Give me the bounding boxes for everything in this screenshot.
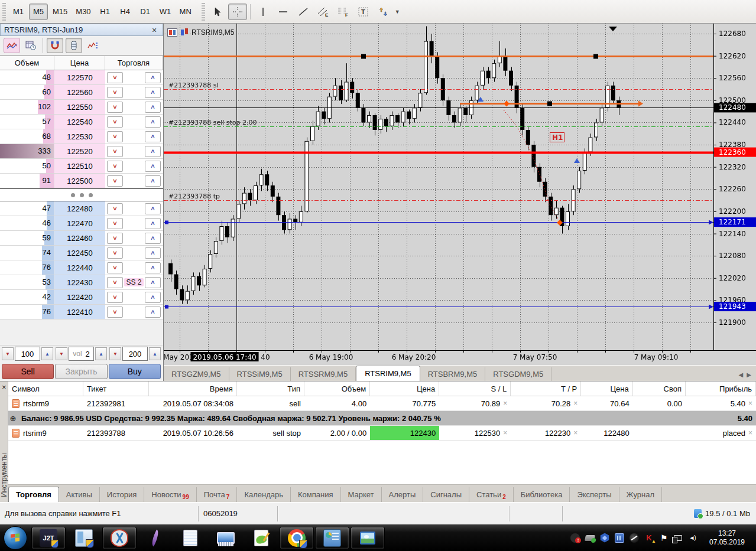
dom-ask-row[interactable]: 48122570˅˄	[0, 70, 163, 85]
crosshair-tool-button[interactable]	[228, 4, 247, 20]
toolbox-tab-история[interactable]: История	[100, 487, 144, 502]
dom-price-value[interactable]: 122440	[54, 260, 105, 275]
dom-bid-row[interactable]: 59122460˅˄	[0, 231, 163, 246]
dom-bid-row[interactable]: 74122450˅˄	[0, 246, 163, 260]
chart-tabs-scroll-left-icon[interactable]: ◀	[739, 371, 744, 378]
buy-button[interactable]: Buy	[109, 364, 161, 379]
toolbox-tab-новости[interactable]: Новости99	[144, 487, 196, 502]
dom-price-value[interactable]: 122460	[54, 231, 105, 245]
chart-tab-rtsgdm9m5[interactable]: RTSGDM9,M5	[485, 367, 551, 381]
arrow-objects-tool-button[interactable]	[374, 4, 393, 20]
dom-ask-row[interactable]: 60122560˅˄	[0, 85, 163, 100]
vertical-line-tool-button[interactable]	[254, 4, 272, 20]
dom-title-bar[interactable]: RTSRIM9, RTSI-Jun19 ×	[0, 24, 163, 36]
dom-sell-chevron-button[interactable]: ˅	[107, 277, 123, 288]
dom-sell-chevron-button[interactable]: ˅	[107, 203, 123, 214]
tp-up-icon[interactable]: ▲	[149, 347, 161, 360]
toolbox-tab-календарь[interactable]: Календарь	[237, 487, 291, 502]
dom-sell-chevron-button[interactable]: ˅	[107, 87, 123, 98]
trendline-tool-button[interactable]	[294, 4, 313, 20]
satellite-dish-tray-icon[interactable]	[630, 533, 639, 543]
dom-buy-chevron-button[interactable]: ˄	[145, 102, 161, 113]
window-shield-app-button[interactable]	[67, 527, 101, 549]
dom-ask-row[interactable]: 91122500˅˄	[0, 174, 163, 188]
dom-ticks-button[interactable]	[85, 38, 101, 53]
chart-tab-rtssim9m5[interactable]: RTSSiM9,M5	[229, 367, 291, 381]
dom-sell-chevron-button[interactable]: ˅	[107, 116, 123, 128]
toolbox-close-icon[interactable]: ×	[2, 383, 7, 392]
volume-tray-icon[interactable]: ◄)	[687, 533, 697, 543]
dom-buy-chevron-button[interactable]: ˄	[145, 161, 161, 172]
dom-price-value[interactable]: 122420	[54, 290, 105, 304]
timeframe-m30-button[interactable]: M30	[72, 4, 94, 20]
dom-buy-chevron-button[interactable]: ˄	[145, 87, 161, 98]
toolbox-tab-библиотека[interactable]: Библиотека	[514, 487, 570, 502]
chart-tabs-scroll-right-icon[interactable]: ▶	[747, 371, 751, 378]
dom-buy-chevron-button[interactable]: ˄	[145, 146, 161, 157]
dom-price-value[interactable]: 122430	[54, 275, 105, 289]
dom-ask-row[interactable]: 333122520˅˄	[0, 144, 163, 159]
trade-order-row[interactable]: rtsrim92123937882019.05.07 10:26:56sell …	[8, 426, 756, 441]
dom-buy-chevron-button[interactable]: ˄	[145, 175, 161, 187]
dom-bid-row[interactable]: 42122420˅˄	[0, 290, 163, 305]
scanner-check-tray-icon[interactable]	[585, 535, 595, 541]
dom-ask-row[interactable]: 68122530˅˄	[0, 129, 163, 144]
taskbar-clock[interactable]: 13:27 07.05.2019	[704, 529, 750, 547]
dom-sell-chevron-button[interactable]: ˅	[107, 233, 123, 244]
sl-points-stepper[interactable]: ▼ 100 ▲	[2, 347, 53, 361]
tp-down-icon[interactable]: ▼	[109, 347, 121, 360]
shield-hex-tray-icon[interactable]	[600, 533, 609, 543]
dom-bid-row[interactable]: 46122470˅˄	[0, 216, 163, 231]
instruments-vertical-tab[interactable]: Инструменты	[0, 382, 8, 502]
start-button[interactable]	[4, 526, 27, 550]
dom-bid-row[interactable]: 53122430˅SS 2˄	[0, 275, 163, 290]
computer-app-button[interactable]	[209, 527, 243, 549]
dom-price-value[interactable]: 122500	[54, 174, 105, 188]
close-order-icon[interactable]: ×	[748, 429, 752, 437]
timeframe-mn-button[interactable]: MN	[176, 4, 195, 20]
timeframe-d1-button[interactable]: D1	[136, 4, 155, 20]
toolbox-tab-сигналы[interactable]: Сигналы	[423, 487, 469, 502]
chart-tab-rtsbrm9m5[interactable]: RTSBRM9,M5	[420, 367, 486, 381]
dom-price-value[interactable]: 122510	[54, 159, 105, 173]
vol-down-icon[interactable]: ▼	[56, 347, 67, 360]
fibonacci-tool-button[interactable]: F	[334, 4, 353, 20]
network-tray-icon[interactable]	[674, 535, 682, 541]
close-order-icon[interactable]: ×	[748, 399, 752, 407]
timeframe-m5-button[interactable]: M5	[29, 4, 48, 20]
dom-sell-chevron-button[interactable]: ˅	[107, 247, 123, 259]
volume-stepper[interactable]: ▼ vol2 ▲	[56, 347, 107, 361]
dom-buy-chevron-button[interactable]: ˄	[145, 277, 161, 288]
timeframe-h4-button[interactable]: H4	[116, 4, 135, 20]
dom-sell-chevron-button[interactable]: ˅	[107, 72, 123, 83]
blue-card-tray-icon[interactable]	[615, 533, 624, 543]
tp-points-stepper[interactable]: ▼ 200 ▲	[109, 347, 161, 361]
notepad-plus-app-button[interactable]	[244, 527, 278, 549]
dom-ask-row[interactable]: 50122510˅˄	[0, 159, 163, 174]
remove-tp-icon[interactable]: ×	[573, 399, 577, 407]
sl-down-icon[interactable]: ▼	[2, 347, 14, 360]
dom-ask-row[interactable]: 102122550˅˄	[0, 100, 163, 115]
dom-buy-chevron-button[interactable]: ˄	[145, 116, 161, 128]
dom-sell-chevron-button[interactable]: ˅	[107, 131, 123, 142]
dom-buy-chevron-button[interactable]: ˄	[145, 131, 161, 142]
remove-sl-icon[interactable]: ×	[503, 399, 507, 407]
phone-alert-tray-icon[interactable]	[570, 533, 580, 543]
timeframe-m15-button[interactable]: M15	[49, 4, 71, 20]
dom-ask-row[interactable]: 57122540˅˄	[0, 115, 163, 129]
dom-buy-chevron-button[interactable]: ˄	[145, 262, 161, 273]
chart-tab-rtsrim9m5[interactable]: RTSRIM9,M5	[356, 366, 420, 381]
dom-buy-chevron-button[interactable]: ˄	[145, 233, 161, 244]
feather-pen-app-button[interactable]	[138, 527, 172, 549]
j2t-app-button[interactable]: J2T	[31, 527, 66, 549]
dom-price-value[interactable]: 122480	[54, 201, 105, 216]
dom-price-value[interactable]: 122450	[54, 246, 105, 260]
timeframe-h1-button[interactable]: H1	[96, 4, 115, 20]
timeframe-m1-button[interactable]: M1	[9, 4, 28, 20]
toolbox-tab-активы[interactable]: Активы	[59, 487, 100, 502]
dom-sell-chevron-button[interactable]: ˅	[107, 102, 123, 113]
remove-sl-icon[interactable]: ×	[503, 429, 507, 437]
toolbox-tab-компания[interactable]: Компания	[291, 487, 341, 502]
dom-buy-chevron-button[interactable]: ˄	[145, 72, 161, 83]
dom-bid-row[interactable]: 47122480˅˄	[0, 201, 163, 216]
